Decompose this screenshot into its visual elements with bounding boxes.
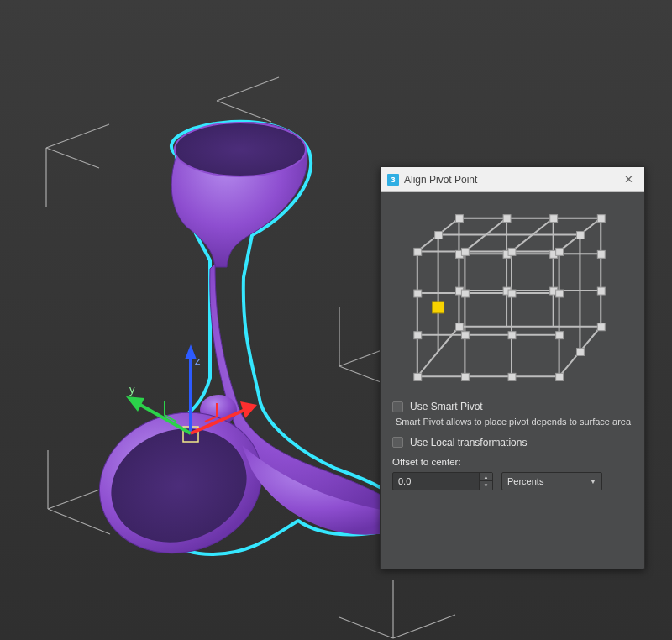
- viewport-3d[interactable]: z y 3 Align Pivot Point ✕: [0, 0, 672, 640]
- dialog-title: Align Pivot Point: [404, 174, 616, 186]
- svg-rect-51: [556, 248, 564, 255]
- svg-rect-48: [414, 248, 422, 255]
- offset-units-select[interactable]: Percents ▼: [501, 472, 602, 490]
- svg-rect-55: [556, 290, 564, 297]
- svg-rect-49: [461, 248, 469, 255]
- selected-object[interactable]: [81, 122, 420, 574]
- stepper-up[interactable]: ▲: [480, 473, 492, 481]
- pivot-cube-selector[interactable]: [392, 201, 633, 394]
- svg-rect-56: [414, 332, 422, 339]
- axis-label-y: y: [129, 383, 135, 396]
- svg-rect-60: [414, 373, 422, 380]
- dialog-body: Use Smart Pivot Smart Pivot allows to pl…: [381, 192, 644, 569]
- svg-rect-53: [461, 290, 469, 297]
- svg-rect-54: [508, 290, 516, 297]
- dialog-titlebar[interactable]: 3 Align Pivot Point ✕: [381, 167, 644, 192]
- use-local-transform-label: Use Local transformations: [410, 437, 527, 449]
- use-smart-pivot-row[interactable]: Use Smart Pivot: [392, 401, 633, 412]
- offset-value-spinner[interactable]: 0.0 ▲ ▼: [392, 472, 493, 490]
- svg-rect-43: [455, 323, 463, 331]
- svg-rect-44: [597, 323, 605, 331]
- use-local-transform-checkbox[interactable]: [392, 437, 403, 448]
- svg-rect-58: [508, 332, 516, 339]
- app-icon: 3: [387, 174, 399, 186]
- svg-rect-62: [508, 373, 516, 380]
- svg-rect-52: [414, 290, 422, 297]
- chevron-down-icon: ▼: [590, 477, 596, 485]
- svg-rect-45: [435, 232, 443, 239]
- svg-rect-59: [556, 332, 564, 339]
- offset-value-text: 0.0: [398, 476, 411, 486]
- svg-rect-50: [508, 248, 516, 255]
- axis-label-z: z: [195, 354, 201, 367]
- svg-rect-63: [556, 373, 564, 380]
- use-smart-pivot-label: Use Smart Pivot: [410, 401, 483, 412]
- close-icon: ✕: [624, 173, 633, 186]
- svg-rect-46: [576, 232, 584, 239]
- pivot-node-selected[interactable]: [433, 302, 444, 313]
- offset-label: Offset to center:: [392, 457, 633, 467]
- offset-units-value: Percents: [507, 476, 543, 486]
- use-local-transform-row[interactable]: Use Local transformations: [392, 437, 633, 449]
- stepper-down[interactable]: ▼: [480, 480, 492, 490]
- svg-rect-31: [455, 215, 463, 223]
- svg-rect-34: [597, 215, 605, 223]
- use-smart-pivot-checkbox[interactable]: [392, 401, 403, 412]
- svg-rect-32: [503, 215, 511, 223]
- svg-rect-57: [461, 332, 469, 339]
- svg-rect-61: [461, 373, 469, 380]
- align-pivot-dialog: 3 Align Pivot Point ✕: [380, 166, 645, 569]
- close-button[interactable]: ✕: [616, 170, 641, 190]
- svg-rect-42: [597, 287, 605, 295]
- svg-rect-33: [550, 215, 558, 223]
- smart-pivot-hint: Smart Pivot allows to place pivot depend…: [396, 416, 633, 428]
- svg-rect-38: [597, 250, 605, 258]
- svg-rect-47: [576, 349, 584, 356]
